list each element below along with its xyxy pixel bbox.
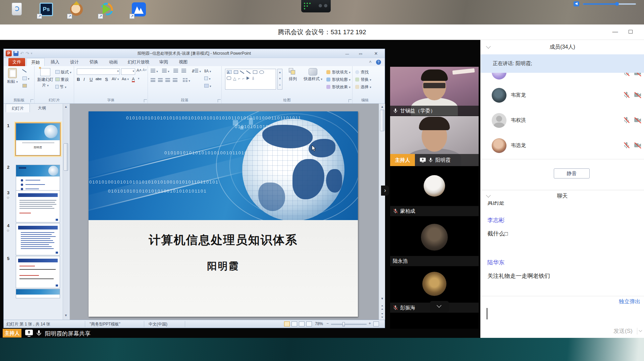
help-icon[interactable]: ? — [375, 58, 382, 66]
format-painter-button[interactable] — [22, 84, 28, 88]
ppt-maximize-button[interactable]: ▭ — [355, 50, 366, 57]
zoom-slider[interactable] — [331, 324, 367, 325]
scroll-down-icon[interactable]: ▼ — [63, 314, 69, 317]
chat-input[interactable] — [481, 306, 644, 326]
clear-formatting-icon[interactable]: ▾ — [138, 77, 140, 80]
change-case-icon[interactable]: Aa ▾ — [122, 77, 129, 81]
video-tile-3[interactable]: 蒙柏成 — [390, 166, 479, 216]
member-row[interactable]: 韦选龙 — [481, 136, 644, 155]
paste-button[interactable]: 粘贴 ▾ — [6, 68, 19, 85]
popout-chat-link[interactable]: 独立弹出 — [619, 298, 640, 305]
grow-font-icon[interactable]: A˄ — [137, 68, 142, 73]
tab-outline[interactable]: 大纲 — [31, 104, 53, 112]
next-slide-button[interactable]: ⏷⏷ — [379, 312, 385, 319]
align-right-icon[interactable] — [165, 78, 170, 83]
select-button[interactable]: 选择 ▾ — [355, 84, 371, 90]
chat-sender[interactable]: 陆华东 — [487, 259, 504, 266]
line-spacing-icon[interactable]: ⇵ ▾ — [192, 69, 201, 73]
tab-transitions[interactable]: 切换 — [85, 58, 103, 66]
align-left-icon[interactable] — [151, 78, 155, 83]
panel-scrollbar-thumb[interactable] — [64, 143, 68, 171]
panel-scrollbar[interactable]: ▲ ▼ — [63, 104, 68, 320]
scroll-up-icon[interactable]: ▲ — [63, 105, 69, 108]
columns-icon[interactable]: ▾ — [183, 78, 190, 83]
video-tile-5[interactable]: 彭振海 — [390, 266, 479, 329]
tab-home[interactable]: 开始 — [26, 58, 45, 66]
text-shadow-button[interactable]: S — [105, 77, 108, 82]
shape-outline-button[interactable]: 形状轮廓 ▾ — [326, 77, 351, 83]
minimize-ribbon-icon[interactable]: ˄ — [367, 58, 374, 66]
send-options-icon[interactable] — [639, 329, 642, 332]
bold-button[interactable]: B — [77, 77, 80, 82]
layout-button[interactable]: 版式 ▾ — [55, 69, 71, 75]
tencent-video-shortcut-icon[interactable]: ↗ — [99, 2, 115, 19]
member-row[interactable]: 韦富龙 — [481, 86, 644, 105]
mic-muted-icon[interactable] — [623, 91, 630, 99]
tab-slides-thumbnails[interactable]: 幻灯片 — [6, 104, 30, 112]
numbering-icon[interactable]: ▾ — [162, 69, 169, 73]
shrink-font-icon[interactable]: A˅ — [143, 68, 147, 72]
text-direction-icon[interactable]: ‖A ▾ — [204, 69, 211, 73]
font-name-combo[interactable] — [77, 68, 120, 75]
qat-dropdown-icon[interactable]: ▾ — [31, 52, 33, 55]
ppt-minimize-button[interactable]: — — [342, 50, 353, 57]
tab-file[interactable]: 文件 — [8, 58, 25, 66]
save-icon[interactable] — [13, 51, 18, 56]
slide-thumbnail-1[interactable]: 阳明霞 — [16, 123, 60, 155]
meeting-minimize-button[interactable]: — — [608, 24, 623, 40]
photoshop-shortcut-icon[interactable]: Ps↗ — [38, 2, 54, 19]
mic-muted-icon[interactable] — [623, 116, 630, 124]
redo-icon[interactable]: ↷ — [25, 51, 29, 56]
reading-view-icon[interactable] — [299, 321, 305, 326]
section-button[interactable]: 节 ▾ — [55, 84, 66, 90]
clipboard-dialog-launcher[interactable] — [31, 99, 34, 102]
shapes-gallery[interactable]: A △⌐⌐⇩ — [225, 69, 276, 90]
language-indicator[interactable]: 中文(中国) — [149, 321, 167, 327]
meeting-maximize-button[interactable] — [623, 24, 638, 40]
collapse-video-strip-button[interactable] — [430, 301, 449, 312]
tab-slideshow[interactable]: 幻灯片放映 — [124, 58, 153, 66]
tab-insert[interactable]: 插入 — [46, 58, 64, 66]
slide-thumbnail-6[interactable] — [16, 289, 60, 298]
justify-icon[interactable] — [173, 78, 177, 83]
copy-button[interactable]: ▾ — [22, 76, 30, 81]
camera-off-icon[interactable] — [634, 91, 642, 99]
zoom-level[interactable]: 78% — [315, 321, 323, 326]
camera-off-icon[interactable] — [634, 116, 642, 124]
slide-sorter-view-icon[interactable] — [291, 321, 297, 326]
tab-view[interactable]: 视图 — [174, 58, 192, 66]
decrease-indent-icon[interactable] — [173, 69, 178, 73]
cut-button[interactable] — [22, 69, 27, 73]
expand-panel-arrow[interactable]: › — [381, 186, 389, 196]
meeting-app-shortcut-icon[interactable]: ↗ — [131, 2, 147, 19]
previous-slide-button[interactable]: ⏶⏶ — [379, 304, 385, 311]
video-tile-2[interactable]: 主持人 阳明霞 — [390, 116, 479, 166]
ppt-close-button[interactable]: ✕ — [371, 50, 381, 57]
slideshow-view-icon[interactable] — [306, 321, 312, 326]
member-row-clipped[interactable] — [481, 73, 644, 81]
normal-view-icon[interactable] — [284, 321, 290, 326]
font-dialog-launcher[interactable] — [144, 99, 147, 102]
zoom-slider-knob[interactable] — [342, 322, 345, 326]
volume-slider-knob[interactable] — [615, 2, 619, 6]
smartart-icon[interactable]: ▾ — [204, 84, 211, 88]
video-tile-1[interactable]: 甘锡益（学委） — [390, 67, 479, 116]
shape-effects-button[interactable]: 形状效果 ▾ — [326, 84, 351, 90]
bullets-icon[interactable]: ▾ — [151, 69, 158, 73]
arrange-button[interactable]: 排列 — [285, 68, 300, 82]
powerpoint-logo-icon[interactable]: P — [6, 50, 12, 56]
recycle-bin-icon[interactable] — [9, 2, 25, 19]
tab-animations[interactable]: 动画 — [104, 58, 122, 66]
undo-icon[interactable]: ↶ — [20, 51, 24, 56]
mic-muted-icon[interactable] — [623, 142, 630, 149]
zoom-in-icon[interactable]: + — [369, 321, 371, 326]
send-button[interactable]: 发送(S) — [613, 327, 633, 335]
italic-button[interactable]: I — [84, 77, 85, 82]
increase-indent-icon[interactable] — [181, 69, 186, 73]
new-slide-button[interactable]: 新建幻灯片 ▾ — [37, 68, 54, 88]
slide-thumbnail-3[interactable] — [16, 190, 60, 222]
font-color-icon[interactable]: A — [132, 77, 135, 82]
align-center-icon[interactable] — [158, 78, 163, 83]
slide-scrollbar[interactable]: ▲ ▼ ⏶⏶ ⏷⏷ — [379, 104, 385, 320]
slide-thumbnail-5[interactable] — [16, 256, 60, 288]
